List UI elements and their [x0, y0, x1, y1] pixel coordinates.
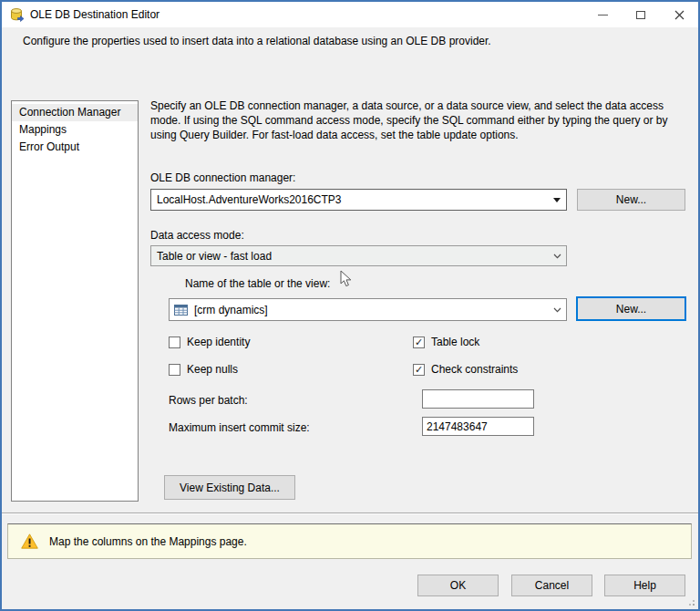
close-button[interactable] [660, 2, 698, 27]
connection-manager-dropdown-button[interactable] [548, 190, 566, 210]
title-bar[interactable]: OLE DB Destination Editor [2, 2, 698, 27]
checkbox-label: Table lock [431, 336, 479, 348]
rows-per-batch-input[interactable] [422, 389, 534, 409]
table-name-value: [crm dynamics] [188, 304, 548, 316]
maximize-button[interactable] [622, 2, 660, 27]
checkbox-label: Keep nulls [187, 363, 238, 376]
rows-per-batch-label: Rows per batch: [169, 394, 248, 407]
data-access-mode-value: Table or view - fast load [151, 250, 548, 263]
table-name-combobox[interactable]: [crm dynamics] [169, 298, 567, 321]
checkbox-box[interactable]: ✓ [413, 364, 425, 376]
checkmark-icon: ✓ [415, 337, 423, 348]
checkbox-box[interactable]: ✓ [413, 337, 425, 348]
data-access-mode-dropdown-button[interactable] [548, 246, 566, 265]
table-lock-checkbox[interactable]: ✓ Table lock [413, 336, 479, 348]
page-instructions: Specify an OLE DB connection manager, a … [150, 98, 692, 142]
table-name-dropdown-button[interactable] [548, 299, 566, 320]
mouse-cursor [340, 270, 352, 287]
warning-message: Map the columns on the Mappings page. [49, 535, 247, 548]
chevron-down-icon [553, 254, 561, 259]
minimize-button[interactable] [583, 2, 622, 27]
checkbox-box[interactable] [169, 337, 180, 348]
maximize-icon [636, 11, 645, 19]
max-insert-commit-size-label: Maximum insert commit size: [169, 421, 310, 434]
footer-separator [2, 513, 698, 514]
ole-db-destination-editor-dialog: OLE DB Destination Editor Configure the … [0, 0, 700, 611]
connection-manager-label: OLE DB connection manager: [150, 171, 295, 184]
pages-list: Connection Manager Mappings Error Output [11, 100, 139, 502]
warning-icon [21, 533, 38, 549]
table-name-label: Name of the table or the view: [185, 277, 330, 290]
keep-nulls-checkbox[interactable]: Keep nulls [169, 363, 238, 376]
window-controls [583, 2, 698, 27]
table-icon [174, 305, 188, 316]
data-access-mode-combobox[interactable]: Table or view - fast load [150, 245, 567, 266]
new-connection-button[interactable]: New... [577, 189, 685, 211]
connection-manager-value: LocalHost.AdventureWorks2016CTP3 [151, 193, 548, 206]
ole-db-destination-icon [9, 7, 24, 22]
dropdown-arrow-icon [553, 198, 561, 202]
checkbox-label: Keep identity [187, 336, 250, 348]
connection-manager-combobox[interactable]: LocalHost.AdventureWorks2016CTP3 [150, 189, 567, 211]
warning-bar: Map the columns on the Mappings page. [7, 523, 692, 559]
keep-identity-checkbox[interactable]: Keep identity [169, 336, 250, 348]
max-insert-commit-size-input[interactable] [422, 417, 534, 436]
dialog-description: Configure the properties used to insert … [23, 35, 679, 47]
help-button[interactable]: Help [604, 575, 685, 596]
sidebar-item-error-output[interactable]: Error Output [12, 139, 138, 156]
sidebar-item-connection-manager[interactable]: Connection Manager [12, 104, 138, 121]
checkbox-label: Check constraints [431, 363, 518, 376]
check-constraints-checkbox[interactable]: ✓ Check constraints [413, 363, 518, 376]
resize-grip[interactable] [685, 595, 695, 606]
view-existing-data-button[interactable]: View Existing Data... [164, 475, 295, 500]
sidebar-item-mappings[interactable]: Mappings [12, 121, 138, 139]
cancel-button[interactable]: Cancel [511, 575, 592, 596]
chevron-down-icon [553, 307, 561, 313]
minimize-icon [598, 15, 608, 16]
close-icon [674, 10, 685, 20]
ok-button[interactable]: OK [417, 575, 499, 596]
new-table-button[interactable]: New... [576, 296, 686, 321]
checkbox-box[interactable] [169, 364, 180, 376]
checkmark-icon: ✓ [415, 364, 423, 376]
window-title: OLE DB Destination Editor [30, 2, 160, 27]
data-access-mode-label: Data access mode: [150, 229, 244, 242]
